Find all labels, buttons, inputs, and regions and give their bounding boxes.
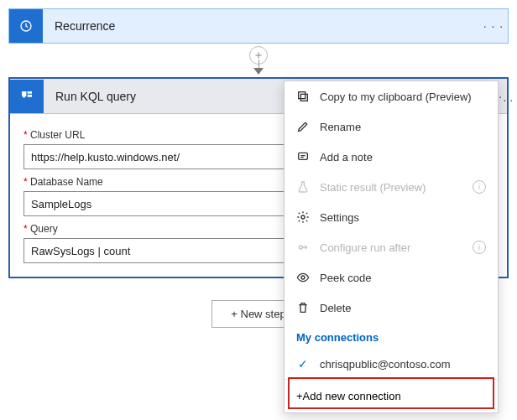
svg-rect-2 (299, 92, 306, 99)
svg-point-5 (299, 246, 302, 249)
menu-delete-label: Delete (320, 302, 352, 314)
flask-icon (296, 180, 310, 194)
run-after-icon (296, 241, 310, 254)
info-icon: i (473, 241, 486, 254)
svg-point-4 (301, 215, 305, 219)
menu-static-result-label: Static result (Preview) (320, 181, 426, 194)
menu-configure-run-after: Configure run after i (285, 232, 498, 262)
svg-point-6 (301, 276, 305, 279)
kusto-icon (10, 80, 44, 113)
connection-1-label: chrisqpublic@contoso.com (320, 358, 451, 371)
menu-settings-label: Settings (320, 211, 359, 224)
menu-add-note-label: Add a note (320, 151, 373, 163)
info-icon: i (473, 180, 486, 194)
note-icon (296, 150, 310, 163)
clock-icon (9, 9, 43, 43)
trash-icon (296, 301, 310, 314)
menu-copy[interactable]: Copy to my clipboard (Preview) (285, 81, 498, 111)
menu-settings[interactable]: Settings (285, 202, 498, 232)
add-new-connection-label: +Add new connection (296, 390, 401, 402)
gear-icon (296, 210, 310, 224)
menu-peek-code-label: Peek code (320, 272, 371, 284)
menu-add-note[interactable]: Add a note (285, 142, 498, 172)
connection-item-1[interactable]: ✓ chrisqpublic@contoso.com (285, 349, 498, 379)
add-new-connection[interactable]: +Add new connection (285, 379, 498, 412)
menu-peek-code[interactable]: Peek code (285, 262, 498, 293)
pencil-icon (296, 120, 310, 133)
trigger-card[interactable]: Recurrence · · · (8, 8, 509, 44)
check-icon: ✓ (296, 357, 310, 371)
menu-copy-label: Copy to my clipboard (Preview) (320, 91, 472, 103)
eye-icon (296, 271, 310, 284)
action-context-menu: · · · Copy to my clipboard (Preview) Ren… (284, 80, 499, 413)
connector-arrow: ＋ (8, 44, 509, 77)
action-menu-button-open[interactable]: · · · (504, 93, 517, 106)
menu-rename-label: Rename (320, 121, 361, 133)
menu-delete[interactable]: Delete (285, 293, 498, 323)
my-connections-heading: My connections (285, 323, 498, 349)
trigger-menu-button[interactable]: · · · (479, 19, 508, 33)
menu-rename[interactable]: Rename (285, 111, 498, 142)
svg-rect-1 (300, 94, 307, 101)
copy-icon (296, 90, 310, 103)
menu-static-result: Static result (Preview) i (285, 172, 498, 202)
trigger-title: Recurrence (43, 19, 479, 33)
menu-configure-run-label: Configure run after (320, 241, 410, 254)
